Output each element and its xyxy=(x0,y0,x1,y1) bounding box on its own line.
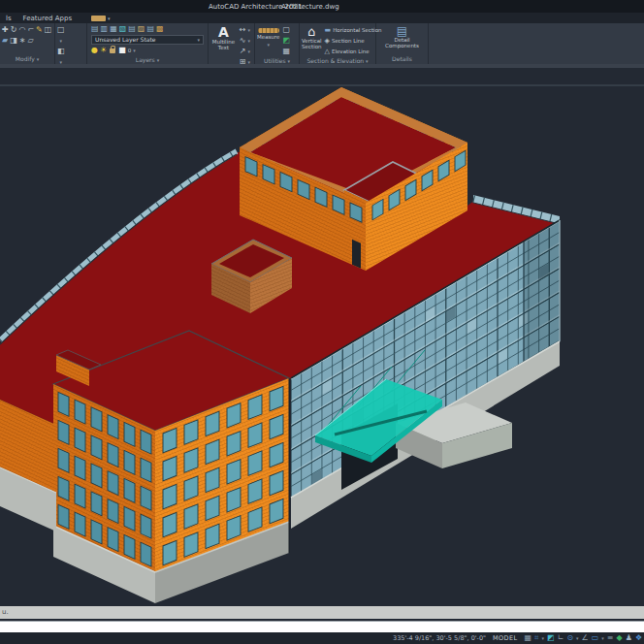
panel-utilities: Measure▾ ▢◩▦ Utilities ▾ xyxy=(255,23,300,64)
layer-on-icon[interactable]: ● xyxy=(91,46,98,55)
drawing-canvas[interactable] xyxy=(0,68,644,606)
measure-button[interactable]: Measure▾ xyxy=(257,25,279,49)
workspace-caret-icon[interactable]: ▾ xyxy=(108,16,111,21)
multiline-text-icon: A xyxy=(218,25,229,39)
command-history-bar[interactable]: u. xyxy=(0,606,644,619)
tab-featured-apps[interactable]: Featured Apps xyxy=(17,15,78,22)
elevation-line-icon: △ xyxy=(325,47,330,56)
fillet-icon[interactable]: ◠ xyxy=(18,25,25,35)
section-line-icon: ◈ xyxy=(325,36,330,46)
detail-components-icon: ▤ xyxy=(397,25,407,37)
panel-label-details[interactable]: Details xyxy=(376,54,428,64)
selection-cycling-icon[interactable]: ◆ xyxy=(617,632,623,644)
document-title: Architecture.dwg xyxy=(281,3,339,11)
section-line-button[interactable]: ◈Section Line xyxy=(325,36,365,46)
panel-details: ▤ Detail Components Details xyxy=(376,23,429,64)
layer-freeze-icon[interactable]: ▦ xyxy=(110,24,117,34)
layer-state-icon[interactable]: ▤ xyxy=(91,24,99,34)
layer-color-swatch[interactable]: ■ xyxy=(118,46,126,55)
dimension-icon-caret-icon[interactable]: ▾ xyxy=(247,25,250,35)
osnap-icon-caret[interactable]: ▾ xyxy=(601,635,604,641)
section-line-label: Section Line xyxy=(332,37,365,45)
3d-building-model xyxy=(0,68,644,606)
horizontal-section-label: Horizontal Section xyxy=(333,26,381,34)
stretch-icon[interactable]: ▱ xyxy=(27,36,33,46)
snap-icon[interactable]: ⌗ xyxy=(534,632,539,644)
tab-tools[interactable]: ls xyxy=(0,15,17,22)
accessibility-icon[interactable]: ♟ xyxy=(626,632,632,644)
panel-modify: ✚↻◠⌐✎◫▰◨∗▱ Modify ▾ xyxy=(0,23,55,64)
revision-cloud-icon[interactable]: ∿ xyxy=(240,36,246,46)
layer-state-dropdown[interactable]: Unsaved Layer State▾ xyxy=(91,35,204,45)
layer-off-icon[interactable]: ▧ xyxy=(119,24,127,34)
dimension-icon[interactable]: ↔ xyxy=(240,25,246,35)
ribbon-tab-row: ls Featured Apps ▾ xyxy=(0,13,644,23)
layer-walk-icon[interactable]: ▨ xyxy=(138,24,145,34)
rotate-icon[interactable]: ↻ xyxy=(11,25,17,35)
model-space-button[interactable]: MODEL xyxy=(493,634,517,642)
layer-isolate-icon[interactable]: ▥ xyxy=(101,24,109,34)
detail-components-button[interactable]: ▤ Detail Components xyxy=(378,25,426,48)
command-input-bar[interactable] xyxy=(0,621,644,632)
elevation-line-button[interactable]: △Elevation Line xyxy=(325,47,370,56)
leader-icon[interactable]: ↗ xyxy=(240,47,246,56)
pencil-edit-icon[interactable]: ✎ xyxy=(36,25,43,35)
current-layer-name[interactable]: 0 xyxy=(128,47,132,54)
layer-delete-icon[interactable]: ▩ xyxy=(156,24,164,34)
vertical-section-button[interactable]: ⌂ Vertical Section xyxy=(302,25,322,49)
grid-icon[interactable]: ▦ xyxy=(525,632,532,644)
osnap-icon[interactable]: ▭ xyxy=(592,632,599,644)
multiline-text-button[interactable]: A Multiline Text xyxy=(210,25,237,50)
polar-tracking-icon-caret[interactable]: ▾ xyxy=(576,635,579,641)
snap-icon-caret[interactable]: ▾ xyxy=(542,635,545,641)
layer-lock-icon[interactable] xyxy=(110,48,115,53)
title-bar: AutoCAD Architecture 2021 Architecture.d… xyxy=(0,0,644,13)
coordinates-readout: 335'-4 9/16", 30'-5 5/8", 0'-0" xyxy=(393,634,486,642)
named-views-icon[interactable]: ◧ xyxy=(57,47,65,56)
isodraft-icon[interactable]: ∠ xyxy=(582,632,589,644)
panel-layers: ▤▥▦▧▤▨▤▩ Unsaved Layer State▾ ●☀■ 0 ▾ La… xyxy=(87,23,209,64)
match-properties-icon[interactable]: ▰ xyxy=(2,36,8,46)
layer-match-icon[interactable]: ▤ xyxy=(128,24,136,34)
quick-select-icon[interactable]: ◩ xyxy=(282,36,290,46)
trim-icon[interactable]: ⌐ xyxy=(27,25,34,35)
explode-icon[interactable]: ∗ xyxy=(19,36,26,46)
lineweight-icon[interactable]: ≡ xyxy=(607,632,614,644)
quick-calc-icon[interactable]: ▦ xyxy=(282,47,290,56)
viewport-config-icon-caret-icon[interactable]: ▾ xyxy=(60,36,63,46)
layer-dropdown-caret-icon[interactable]: ▾ xyxy=(133,46,136,55)
vertical-section-house-icon: ⌂ xyxy=(307,25,315,38)
layer-row: ●☀■ 0 ▾ xyxy=(91,46,136,55)
status-toggle-icons: ▦⌗▾◩∟⊙▾∠▭▾≡◆♟❖ xyxy=(525,632,643,644)
panel-annotation: A Multiline Text ↔▾∿▾↗▾⊞▾ Annotation ▾ xyxy=(209,23,255,64)
ribbon: ✚↻◠⌐✎◫▰◨∗▱ Modify ▾ □▾◧▾✄▾ View ▤▥▦▧▤▨▤▩… xyxy=(0,23,644,64)
move-icon[interactable]: ✚ xyxy=(2,25,9,35)
horizontal-section-icon: ▬ xyxy=(325,25,332,35)
erase-icon[interactable]: ◨ xyxy=(10,36,17,46)
array-icon[interactable]: ◫ xyxy=(45,25,52,35)
horizontal-section-button[interactable]: ▬Horizontal Section xyxy=(325,25,382,35)
elevation-line-label: Elevation Line xyxy=(332,48,370,55)
status-bar: 335'-4 9/16", 30'-5 5/8", 0'-0" MODEL ▦⌗… xyxy=(0,632,644,644)
panel-view: □▾◧▾✄▾ View xyxy=(55,23,87,64)
panel-label-modify[interactable]: Modify ▾ xyxy=(0,54,54,64)
clean-screen-icon[interactable]: ❖ xyxy=(635,632,642,644)
brick-wing xyxy=(53,331,289,603)
dynamic-input-icon[interactable]: ◩ xyxy=(547,632,555,644)
layer-thaw-icon[interactable]: ☀ xyxy=(100,46,107,55)
command-history-text: u. xyxy=(2,608,9,616)
measure-ruler-icon xyxy=(258,28,279,33)
revision-cloud-icon-caret-icon[interactable]: ▾ xyxy=(247,36,250,46)
workspace-icon[interactable] xyxy=(91,16,106,21)
id-point-icon[interactable]: ▢ xyxy=(282,25,290,35)
viewport-config-icon[interactable]: □ xyxy=(57,25,65,35)
leader-icon-caret-icon[interactable]: ▾ xyxy=(247,47,250,56)
panel-section-elevation: ⌂ Vertical Section ▬Horizontal Section◈S… xyxy=(300,23,376,64)
polar-tracking-icon[interactable]: ⊙ xyxy=(566,632,573,644)
ortho-icon[interactable]: ∟ xyxy=(558,632,564,644)
ribbon-filler xyxy=(429,23,644,64)
layer-merge-icon[interactable]: ▤ xyxy=(146,24,154,34)
